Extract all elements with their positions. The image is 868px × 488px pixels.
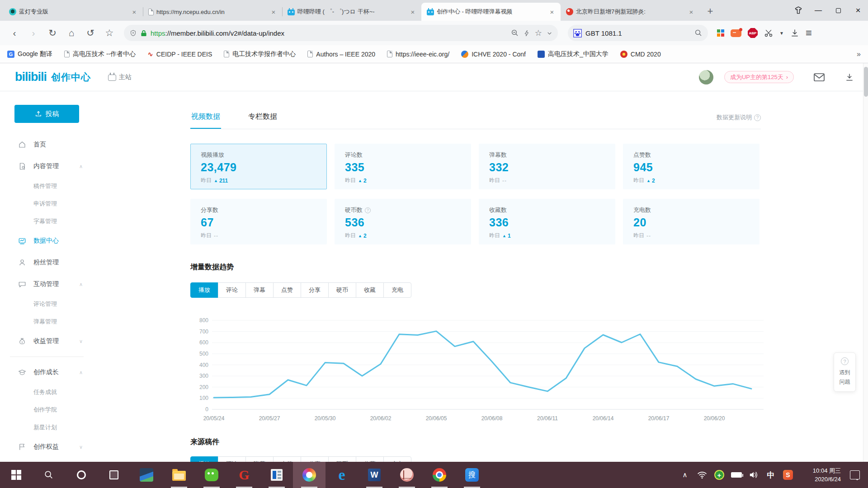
- address-dropdown-icon[interactable]: [547, 30, 552, 36]
- url-text[interactable]: https://member.bilibili.com/v2#/data-up/…: [151, 29, 507, 37]
- bookmark-ieee-eic[interactable]: https://ieee-eic.org/: [387, 51, 449, 58]
- browser-menu-icon[interactable]: ≡: [806, 27, 812, 39]
- tray-sogou-icon[interactable]: S: [779, 462, 797, 488]
- browser-search-box[interactable]: [568, 25, 708, 41]
- apps-grid-icon[interactable]: [717, 29, 724, 37]
- source-tab-coins[interactable]: 硬币: [328, 456, 356, 462]
- bookmark-ceidp[interactable]: ∿CEIDP - IEEE DEIS: [147, 51, 212, 58]
- tab-close-icon[interactable]: ×: [269, 8, 278, 16]
- bookmark-ichve[interactable]: ICHVE 2020 - Conf: [461, 51, 526, 58]
- taskbar-word[interactable]: W: [358, 462, 391, 488]
- secure-lock-icon[interactable]: [141, 30, 147, 37]
- tab-video-data[interactable]: 视频数据: [190, 112, 221, 129]
- sidebar-item-appeals[interactable]: 申诉管理: [0, 195, 94, 212]
- sidebar-item-revenue-mgmt[interactable]: 收益管理 ∨: [0, 330, 94, 352]
- bookmark-hv-author[interactable]: 高电压技术 --作者中心: [64, 50, 136, 58]
- taskbar-wechat[interactable]: [195, 462, 228, 488]
- help-circle-icon[interactable]: [365, 207, 371, 213]
- browser-skin-icon[interactable]: [788, 0, 808, 21]
- mail-icon[interactable]: [814, 73, 825, 81]
- source-tab-plays[interactable]: 播放: [190, 456, 218, 462]
- window-close-button[interactable]: ×: [848, 0, 868, 21]
- stat-card-danmaku[interactable]: 弹幕数 332 昨日 --: [479, 144, 615, 189]
- stat-card-favorites[interactable]: 收藏数 336 昨日 ▲1: [479, 199, 615, 244]
- adblock-plus-icon[interactable]: ABP: [748, 28, 758, 38]
- page-scrollbar[interactable]: [863, 63, 868, 462]
- window-restore-button[interactable]: [828, 0, 848, 21]
- bilibili-logo[interactable]: bilibili: [15, 70, 47, 84]
- sidebar-item-interaction-mgmt[interactable]: 互动管理 ∧: [0, 273, 94, 295]
- trend-tab-plays[interactable]: 播放: [190, 282, 218, 298]
- bookmark-cmd2020[interactable]: CMD 2020: [620, 51, 661, 58]
- task-view-button[interactable]: [98, 462, 130, 488]
- browser-tab-creator-center-active[interactable]: 创作中心 - 哔哩哔哩弹幕视频 ×: [421, 3, 561, 21]
- source-tab-charges[interactable]: 充电: [383, 456, 411, 462]
- start-button[interactable]: [0, 462, 33, 488]
- bookmark-dggc[interactable]: 电工技术学报作者中心: [224, 50, 296, 58]
- sidebar-item-home[interactable]: 首页: [0, 134, 94, 155]
- source-tab-shares[interactable]: 分享: [301, 456, 329, 462]
- scissors-dropdown-icon[interactable]: ▼: [779, 31, 784, 36]
- taskbar-origin[interactable]: [391, 462, 423, 488]
- browser-tab-bilibili-home[interactable]: 哔哩哔哩 ( ゜- ゜)つロ 干杯~- ×: [282, 3, 421, 21]
- browser-tab-ncepu[interactable]: https://my.ncepu.edu.cn/in ×: [143, 3, 282, 21]
- sidebar-item-task-achievements[interactable]: 任务成就: [0, 383, 94, 401]
- post-video-button[interactable]: 投稿: [14, 105, 79, 123]
- data-update-note-link[interactable]: 数据更新说明: [717, 113, 761, 129]
- home-icon[interactable]: ⌂: [63, 25, 80, 41]
- window-minimize-button[interactable]: —: [808, 0, 828, 21]
- bookmark-ieee-authors[interactable]: Authors – IEEE 2020: [307, 51, 375, 58]
- stat-card-coins[interactable]: 硬币数 536 昨日 ▲2: [335, 199, 471, 244]
- gamepad-extension-icon[interactable]: [731, 29, 741, 37]
- downloads-icon[interactable]: [790, 28, 799, 38]
- undo-icon[interactable]: ↺: [82, 25, 99, 41]
- taskbar-chrome[interactable]: [423, 462, 456, 488]
- source-tab-comments[interactable]: 评论: [218, 456, 246, 462]
- search-input[interactable]: [585, 29, 676, 37]
- trend-tab-danmaku[interactable]: 弹幕: [245, 282, 274, 298]
- sidebar-item-danmaku-mgmt[interactable]: 弹幕管理: [0, 313, 94, 330]
- download-icon[interactable]: [844, 73, 854, 82]
- forward-icon[interactable]: ›: [25, 25, 42, 41]
- taskbar-document-viewer[interactable]: [260, 462, 293, 488]
- tray-360-safety-icon[interactable]: +: [711, 462, 728, 488]
- source-tab-favorites[interactable]: 收藏: [356, 456, 384, 462]
- zoom-out-icon[interactable]: [511, 29, 519, 37]
- avatar[interactable]: [699, 70, 713, 84]
- trend-tab-charges[interactable]: 充电: [383, 282, 411, 298]
- tab-close-icon[interactable]: ×: [687, 8, 695, 16]
- lightning-icon[interactable]: [524, 29, 530, 37]
- sidebar-item-comments-mgmt[interactable]: 评论管理: [0, 295, 94, 313]
- new-tab-button[interactable]: +: [703, 4, 718, 19]
- trend-tab-comments[interactable]: 评论: [218, 282, 246, 298]
- bookmarks-overflow-chevron[interactable]: »: [857, 50, 861, 58]
- action-center-button[interactable]: [844, 462, 866, 488]
- favorite-star-icon[interactable]: ☆: [535, 28, 542, 38]
- sidebar-item-manuscripts[interactable]: 稿件管理: [0, 177, 94, 195]
- tab-close-icon[interactable]: ×: [130, 8, 138, 16]
- trend-tab-coins[interactable]: 硬币: [328, 282, 356, 298]
- browser-tab-lantern[interactable]: 蓝灯专业版 ×: [4, 3, 143, 21]
- sidebar-item-rising-star[interactable]: 新星计划: [0, 418, 94, 436]
- tray-volume-icon[interactable]: [745, 462, 762, 488]
- tab-article-data[interactable]: 专栏数据: [247, 112, 278, 129]
- cortana-button[interactable]: [65, 462, 98, 488]
- address-bar[interactable]: https://member.bilibili.com/v2#/data-up/…: [124, 25, 558, 41]
- back-icon[interactable]: ‹: [6, 25, 23, 41]
- stat-card-comments[interactable]: 评论数 335 昨日 ▲2: [335, 144, 471, 189]
- sidebar-item-creator-rights[interactable]: 创作权益 ∨: [0, 436, 94, 458]
- taskbar-edge[interactable]: e: [326, 462, 358, 488]
- sidebar-item-creator-growth[interactable]: 创作成长 ∧: [0, 361, 94, 383]
- sidebar-item-data-center[interactable]: 数据中心: [0, 230, 94, 252]
- taskbar-search-button[interactable]: [33, 462, 65, 488]
- tab-close-icon[interactable]: ×: [548, 8, 556, 16]
- taskbar-file-explorer[interactable]: [163, 462, 195, 488]
- bookmark-hv-moocs[interactable]: 高电压技术_中国大学: [538, 50, 609, 58]
- tray-ime-indicator[interactable]: 中: [762, 462, 779, 488]
- source-tab-danmaku[interactable]: 弹幕: [245, 456, 274, 462]
- scrollbar-thumb[interactable]: [864, 67, 868, 97]
- tab-close-icon[interactable]: ×: [409, 8, 417, 16]
- trend-tab-shares[interactable]: 分享: [301, 282, 329, 298]
- tray-wifi-icon[interactable]: [693, 462, 711, 488]
- taskbar-media-app[interactable]: [130, 462, 163, 488]
